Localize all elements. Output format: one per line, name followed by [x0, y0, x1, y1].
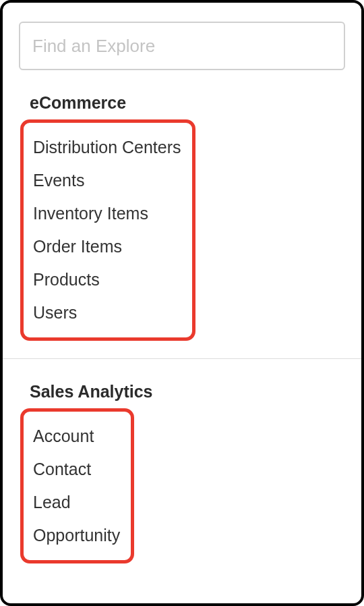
list-item[interactable]: Order Items — [32, 230, 183, 263]
list-item[interactable]: Events — [32, 164, 183, 197]
list-item[interactable]: Opportunity — [32, 519, 121, 552]
search-input[interactable] — [19, 22, 345, 70]
section-divider — [3, 358, 361, 359]
list-item[interactable]: Inventory Items — [32, 197, 183, 230]
section-header-sales-analytics: Sales Analytics — [19, 382, 345, 402]
highlight-box-sales-analytics: Account Contact Lead Opportunity — [20, 408, 134, 563]
section-ecommerce: eCommerce Distribution Centers Events In… — [19, 93, 345, 341]
list-item[interactable]: Distribution Centers — [32, 131, 183, 164]
list-item[interactable]: Products — [32, 263, 183, 296]
list-item[interactable]: Users — [32, 296, 183, 329]
highlight-box-ecommerce: Distribution Centers Events Inventory It… — [20, 119, 195, 341]
list-item[interactable]: Lead — [32, 486, 121, 519]
list-item[interactable]: Account — [32, 420, 121, 453]
section-header-ecommerce: eCommerce — [19, 93, 345, 113]
list-item[interactable]: Contact — [32, 453, 121, 486]
explore-panel: eCommerce Distribution Centers Events In… — [0, 0, 364, 606]
section-sales-analytics: Sales Analytics Account Contact Lead Opp… — [19, 382, 345, 563]
